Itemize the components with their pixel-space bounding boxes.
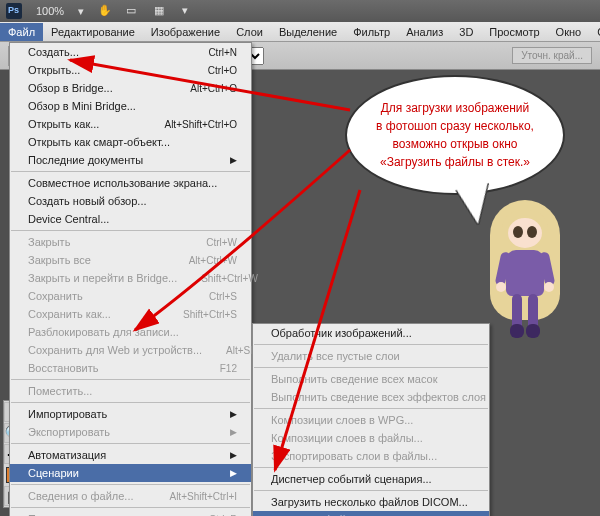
menu-item-label: Открыть... [28, 64, 80, 76]
menu-item-shortcut: F12 [196, 363, 237, 374]
scripts-menu-item[interactable]: Обработчик изображений... [253, 324, 489, 342]
menu-item-label: Выполнить сведение всех эффектов слоя [271, 391, 486, 403]
submenu-arrow-icon: ▶ [230, 450, 237, 460]
layout-icon[interactable]: ▦ [154, 4, 168, 18]
submenu-arrow-icon: ▶ [230, 155, 237, 165]
file-menu-item[interactable]: Device Central... [10, 210, 251, 228]
file-menu-item[interactable]: Совместное использование экрана... [10, 174, 251, 192]
file-menu-item: Закрыть и перейти в Bridge...Shift+Ctrl+… [10, 269, 251, 287]
scripts-menu-item: Удалить все пустые слои [253, 347, 489, 365]
menu-help[interactable]: Справка [589, 23, 600, 41]
app-titlebar: 100% ▾ ✋ ▭ ▦ ▾ [0, 0, 600, 22]
menu-item-label: Совместное использование экрана... [28, 177, 217, 189]
submenu-arrow-icon: ▶ [230, 468, 237, 478]
menu-3d[interactable]: 3D [451, 23, 481, 41]
layout-chevron-icon[interactable]: ▾ [182, 4, 196, 18]
file-menu-item: СохранитьCtrl+S [10, 287, 251, 305]
menu-item-label: Сценарии [28, 467, 79, 479]
menu-item-shortcut: Alt+Shift+Ctrl+I [145, 491, 237, 502]
menubar: Файл Редактирование Изображение Слои Выд… [0, 22, 600, 42]
menu-item-label: Создать новый обзор... [28, 195, 147, 207]
file-menu-item: Сохранить для Web и устройств...Alt+Shif… [10, 341, 251, 359]
menu-item-shortcut: Alt+Shift+Ctrl+O [140, 119, 237, 130]
menu-item-label: Композиции слоев в WPG... [271, 414, 413, 426]
file-menu-item: Закрыть всеAlt+Ctrl+W [10, 251, 251, 269]
scripts-menu-item: Композиции слоев в WPG... [253, 411, 489, 429]
file-menu-item: ВосстановитьF12 [10, 359, 251, 377]
file-menu-item[interactable]: Открыть...Ctrl+O [10, 61, 251, 79]
menu-image[interactable]: Изображение [143, 23, 228, 41]
menu-item-label: Открыть как... [28, 118, 99, 130]
menu-item-label: Device Central... [28, 213, 109, 225]
menu-item-shortcut: Alt+Ctrl+W [165, 255, 237, 266]
menu-item-label: Экспортировать [28, 426, 110, 438]
scripts-submenu-dropdown: Обработчик изображений...Удалить все пус… [252, 323, 490, 516]
zoom-value[interactable]: 100% [36, 5, 64, 17]
scripts-menu-item: Композиции слоев в файлы... [253, 429, 489, 447]
speech-bubble: Для загрузки изображений в фотошоп сразу… [345, 75, 565, 195]
file-menu-item[interactable]: Обзор в Bridge...Alt+Ctrl+O [10, 79, 251, 97]
submenu-arrow-icon: ▶ [230, 427, 237, 437]
menu-layer[interactable]: Слои [228, 23, 271, 41]
file-menu-item[interactable]: Создать...Ctrl+N [10, 43, 251, 61]
file-menu-item[interactable]: Сценарии▶ [10, 464, 251, 482]
file-menu-item: ЗакрытьCtrl+W [10, 233, 251, 251]
menu-item-label: Закрыть и перейти в Bridge... [28, 272, 177, 284]
scripts-menu-item[interactable]: Диспетчер событий сценария... [253, 470, 489, 488]
file-menu-item: Поместить... [10, 382, 251, 400]
refine-edge-button: Уточн. край... [512, 47, 592, 64]
menu-item-label: Автоматизация [28, 449, 106, 461]
scripts-menu-item[interactable]: Загрузить несколько файлов DICOM... [253, 493, 489, 511]
file-menu-item[interactable]: Автоматизация▶ [10, 446, 251, 464]
hand-icon[interactable]: ✋ [98, 4, 112, 18]
menu-item-label: Восстановить [28, 362, 98, 374]
bubble-text: Для загрузки изображений в фотошоп сразу… [376, 99, 534, 171]
menu-item-label: Импортировать [28, 408, 107, 420]
menu-file[interactable]: Файл [0, 23, 43, 41]
menu-filter[interactable]: Фильтр [345, 23, 398, 41]
menu-item-label: Поместить... [28, 385, 92, 397]
menu-item-label: Сохранить для Web и устройств... [28, 344, 202, 356]
menu-view[interactable]: Просмотр [481, 23, 547, 41]
file-menu-item[interactable]: Открыть как...Alt+Shift+Ctrl+O [10, 115, 251, 133]
menu-item-label: Экспортировать слои в файлы... [271, 450, 437, 462]
scripts-menu-item: Экспортировать слои в файлы... [253, 447, 489, 465]
menu-item-label: Закрыть [28, 236, 70, 248]
menu-select[interactable]: Выделение [271, 23, 345, 41]
menu-analysis[interactable]: Анализ [398, 23, 451, 41]
menu-item-shortcut: Ctrl+O [184, 65, 237, 76]
file-menu-item: Сохранить как...Shift+Ctrl+S [10, 305, 251, 323]
file-menu-item[interactable]: Импортировать▶ [10, 405, 251, 423]
menu-item-label: Создать... [28, 46, 79, 58]
file-menu-item: Печатать...Ctrl+P [10, 510, 251, 516]
zoom-chevron-icon[interactable]: ▾ [78, 5, 84, 18]
menu-window[interactable]: Окно [548, 23, 590, 41]
file-menu-item[interactable]: Последние документы▶ [10, 151, 251, 169]
menu-item-label: Обработчик изображений... [271, 327, 412, 339]
scripts-menu-item[interactable]: Загрузить файлы в стек... [253, 511, 489, 516]
photoshop-logo-icon [6, 3, 22, 19]
file-menu-item[interactable]: Создать новый обзор... [10, 192, 251, 210]
file-menu-item[interactable]: Обзор в Mini Bridge... [10, 97, 251, 115]
menu-item-label: Диспетчер событий сценария... [271, 473, 432, 485]
menu-item-shortcut: Ctrl+S [185, 291, 237, 302]
menu-item-label: Последние документы [28, 154, 143, 166]
file-menu-item[interactable]: Открыть как смарт-объект... [10, 133, 251, 151]
menu-item-label: Разблокировать для записи... [28, 326, 179, 338]
menu-item-label: Сведения о файле... [28, 490, 134, 502]
file-menu-item: Сведения о файле...Alt+Shift+Ctrl+I [10, 487, 251, 505]
menu-item-label: Сохранить как... [28, 308, 111, 320]
file-menu-dropdown: Создать...Ctrl+NОткрыть...Ctrl+OОбзор в … [9, 42, 252, 516]
menu-item-label: Удалить все пустые слои [271, 350, 400, 362]
view-icon[interactable]: ▭ [126, 4, 140, 18]
menu-item-shortcut: Ctrl+N [184, 47, 237, 58]
menu-item-label: Закрыть все [28, 254, 91, 266]
menu-item-label: Композиции слоев в файлы... [271, 432, 423, 444]
menu-item-shortcut: Ctrl+W [182, 237, 237, 248]
menu-item-label: Выполнить сведение всех масок [271, 373, 437, 385]
file-menu-item: Экспортировать▶ [10, 423, 251, 441]
menu-item-label: Сохранить [28, 290, 83, 302]
menu-item-shortcut: Shift+Ctrl+S [159, 309, 237, 320]
scripts-menu-item: Выполнить сведение всех масок [253, 370, 489, 388]
menu-edit[interactable]: Редактирование [43, 23, 143, 41]
